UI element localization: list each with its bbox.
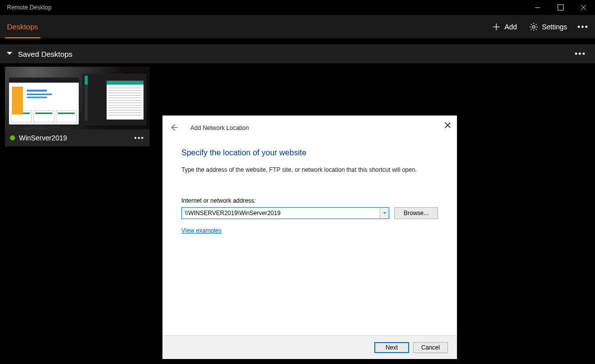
desktop-caption: WinServer2019 ••• [5, 129, 149, 146]
minimize-button[interactable] [526, 0, 549, 15]
chevron-down-icon [383, 211, 387, 215]
desktop-more-button[interactable]: ••• [134, 134, 145, 142]
window-controls [526, 0, 595, 15]
dialog-body: Specify the location of your website Typ… [162, 140, 457, 335]
add-network-location-dialog: Add Network Location Specify the locatio… [162, 116, 457, 359]
close-window-button[interactable] [572, 0, 595, 15]
dialog-header: Add Network Location [162, 116, 457, 140]
close-icon [581, 5, 586, 10]
svg-point-4 [533, 25, 535, 28]
arrow-left-icon [169, 123, 178, 132]
ellipsis-icon: ••• [578, 22, 589, 31]
tab-desktops[interactable]: Desktops [0, 15, 45, 38]
titlebar: Remote Desktop [0, 0, 595, 15]
address-dropdown-button[interactable] [380, 208, 389, 219]
wizard-title: Add Network Location [190, 124, 249, 131]
address-combobox[interactable] [181, 207, 389, 219]
add-button[interactable]: Add [486, 19, 522, 35]
dialog-footer: Next Cancel [162, 335, 457, 359]
cancel-button[interactable]: Cancel [413, 342, 448, 353]
dialog-close-button[interactable] [442, 120, 453, 130]
status-online-icon [10, 135, 15, 140]
dialog-heading: Specify the location of your website [181, 148, 438, 157]
desktop-name: WinServer2019 [19, 134, 67, 142]
address-input[interactable] [182, 208, 380, 219]
address-label: Internet or network address: [181, 197, 438, 204]
gear-icon [529, 22, 539, 32]
dialog-description: Type the address of the website, FTP sit… [181, 166, 438, 173]
desktop-thumbnail [5, 67, 149, 129]
section-header-saved-desktops[interactable]: Saved Desktops ••• [0, 44, 595, 63]
desktop-card[interactable]: WinServer2019 ••• [5, 67, 149, 146]
section-more-button[interactable]: ••• [575, 49, 589, 58]
app-more-button[interactable]: ••• [574, 22, 592, 31]
back-button[interactable] [169, 123, 178, 133]
close-icon [445, 122, 450, 128]
settings-label: Settings [542, 23, 567, 31]
chevron-down-icon [6, 50, 13, 58]
section-title: Saved Desktops [18, 50, 72, 58]
view-examples-link[interactable]: View examples [181, 227, 438, 234]
plus-icon [491, 22, 501, 32]
tab-label: Desktops [7, 22, 38, 31]
settings-button[interactable]: Settings [524, 19, 572, 35]
add-label: Add [504, 23, 517, 31]
tabbar: Desktops Add Settings ••• [0, 15, 595, 38]
browse-label: Browse... [404, 210, 429, 217]
maximize-button[interactable] [549, 0, 572, 15]
app-title: Remote Desktop [7, 4, 51, 11]
next-button[interactable]: Next [374, 342, 409, 353]
browse-button[interactable]: Browse... [394, 207, 438, 219]
